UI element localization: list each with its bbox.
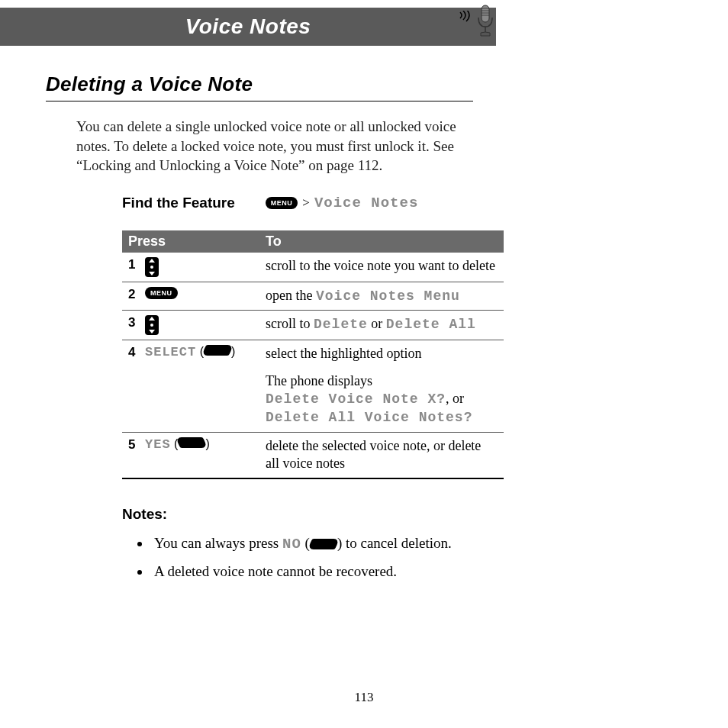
option-name: Delete xyxy=(314,317,368,332)
col-header-press: Press xyxy=(128,234,266,250)
step-number: 5 xyxy=(128,437,145,453)
softkey-label: NO xyxy=(282,536,301,552)
page-header: Voice Notes xyxy=(0,0,728,46)
press-cell xyxy=(145,257,266,277)
notes-label: Notes: xyxy=(122,506,659,523)
steps-table: Press To 1 scroll to the voice note you … xyxy=(122,230,504,478)
scroll-key-icon xyxy=(145,315,159,335)
to-cell: scroll to the voice note you want to del… xyxy=(266,257,498,275)
table-end-rule xyxy=(122,478,504,479)
note-text: A deleted voice note cannot be recovered… xyxy=(154,563,397,579)
prompt-text: Delete All Voice Notes? xyxy=(266,410,472,425)
list-item: You can always press NO () to cancel del… xyxy=(151,533,659,555)
left-softkey-icon xyxy=(176,437,208,448)
voice-notes-icon xyxy=(459,4,495,37)
title-underline xyxy=(46,101,473,101)
press-cell: SELECT ( ) xyxy=(145,345,266,359)
find-feature-label: Find the Feature xyxy=(122,195,235,211)
to-cell: select the highlighted option xyxy=(266,345,498,362)
note-text: to cancel deletion. xyxy=(342,535,452,551)
table-header: Press To xyxy=(122,230,504,253)
list-item: A deleted voice note cannot be recovered… xyxy=(151,562,659,581)
breadcrumb-path: Voice Notes xyxy=(314,195,418,211)
breadcrumb-separator: > xyxy=(302,195,310,211)
find-the-feature: Find the Feature MENU > Voice Notes xyxy=(122,195,659,211)
menu-name: Voice Notes Menu xyxy=(316,288,460,304)
menu-key-icon: MENU xyxy=(145,287,178,299)
scroll-key-icon xyxy=(145,257,159,277)
right-softkey-icon xyxy=(201,345,234,356)
page-number: 113 xyxy=(0,690,728,705)
to-text: scroll to xyxy=(266,316,314,331)
table-row: 5 YES ( ) delete the selected voice note… xyxy=(122,433,504,478)
page-content: Deleting a Voice Note You can delete a s… xyxy=(0,46,728,581)
to-cell: scroll to Delete or Delete All xyxy=(266,315,498,333)
to-cell: The phone displays Delete Voice Note X?,… xyxy=(266,372,498,427)
to-cell: delete the selected voice note, or delet… xyxy=(266,437,498,473)
to-cell: open the Voice Notes Menu xyxy=(266,287,498,305)
note-text: You can always press xyxy=(154,535,282,551)
press-cell: YES ( ) xyxy=(145,437,266,452)
step-number: 4 xyxy=(128,345,145,360)
table-row: 1 scroll to the voice note you want to d… xyxy=(122,253,504,282)
display-text: , or xyxy=(446,391,464,406)
intro-paragraph: You can delete a single unlocked voice n… xyxy=(76,117,488,176)
press-cell xyxy=(145,315,266,335)
softkey-label: YES xyxy=(145,437,171,452)
notes-block: Notes: You can always press NO () to can… xyxy=(122,506,659,581)
softkey-label: SELECT xyxy=(145,345,196,359)
display-text: The phone displays xyxy=(266,373,372,388)
header-title: Voice Notes xyxy=(185,14,311,39)
to-text: open the xyxy=(266,288,316,303)
table-row: 4 SELECT ( ) select the highlighted opti… xyxy=(122,340,504,367)
header-banner: Voice Notes xyxy=(0,8,496,46)
notes-list: You can always press NO () to cancel del… xyxy=(151,533,659,581)
table-row: 3 scroll to Delete or Delete All xyxy=(122,311,504,340)
sound-waves-icon xyxy=(459,11,472,31)
paren: ( xyxy=(301,535,310,551)
step-number: 3 xyxy=(128,315,145,330)
paren: ) xyxy=(205,437,209,451)
section-title: Deleting a Voice Note xyxy=(46,72,659,96)
menu-key-icon: MENU xyxy=(266,197,298,209)
microphone-icon xyxy=(475,4,495,37)
svg-rect-0 xyxy=(482,5,489,22)
col-header-to: To xyxy=(266,234,498,250)
step-number: 1 xyxy=(128,257,145,272)
prompt-text: Delete Voice Note X? xyxy=(266,391,446,407)
right-softkey-icon xyxy=(308,539,340,549)
table-row-extra: The phone displays Delete Voice Note X?,… xyxy=(122,368,504,433)
press-cell: MENU xyxy=(145,287,266,299)
to-text: or xyxy=(368,316,386,331)
table-row: 2 MENU open the Voice Notes Menu xyxy=(122,282,504,311)
step-number: 2 xyxy=(128,287,145,302)
option-name: Delete All xyxy=(386,317,476,332)
